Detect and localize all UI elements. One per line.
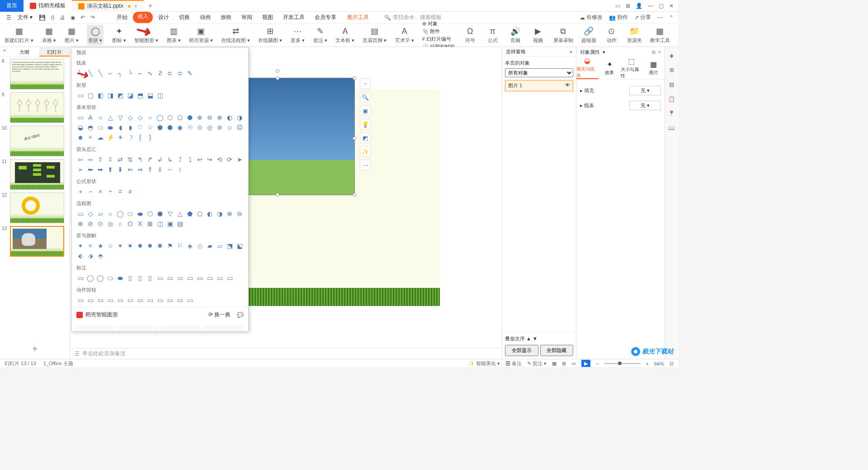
view-sorter-icon[interactable]: ⊞ [562,361,566,367]
shape-item[interactable]: ◐ [206,210,214,218]
fill-select[interactable]: 无 ▾ [629,86,661,95]
shape-item[interactable]: ▭ [196,274,204,282]
shape-item[interactable]: ⬭ [106,274,114,282]
line-select[interactable]: 无 ▾ [629,101,661,110]
zoom-in-icon[interactable]: 🔍 [360,92,371,103]
shape-item[interactable]: ◫ [156,91,164,99]
shape-item[interactable]: ◨ [106,91,114,99]
shape-item[interactable]: ◪ [126,91,134,99]
shape-item[interactable]: ✧ [86,242,94,250]
shape-item[interactable]: ⇓ [156,165,164,174]
comments-button[interactable]: ✎ 批注 ▾ [527,360,547,367]
shape-item[interactable]: ⬢ [166,123,174,132]
ribbon-图标[interactable]: ✦图标 ▾ [112,26,126,44]
shape-item[interactable]: ⊖ [206,113,214,122]
sidetools-select-icon[interactable]: ◈ [668,52,676,60]
shape-item[interactable]: ☁ [96,133,104,141]
shape-item[interactable]: ⬟ [156,123,164,132]
rotate-handle[interactable] [276,69,279,73]
shape-item[interactable]: ☽ [126,133,134,141]
shape-item[interactable]: ✸ [136,242,144,250]
shape-item[interactable]: ⌐ [106,69,114,77]
modified-indicator[interactable]: ☁ 有修改 [580,14,603,21]
shape-item[interactable]: ○ [96,113,104,122]
shape-item[interactable]: ▭ [206,274,214,282]
tab-home[interactable]: 首页 [0,0,24,12]
window-close-icon[interactable]: ✕ [669,3,674,9]
slide-thumb-9[interactable] [10,92,64,123]
shape-item[interactable]: ⬬ [116,274,124,282]
zoom-level[interactable]: 84% [654,361,664,367]
shape-item[interactable]: △ [106,113,114,122]
shape-item[interactable]: ▯ [136,274,144,282]
shape-item[interactable]: ➢ [76,165,85,174]
slide-thumb-10[interactable]: 极光下载站 [10,126,64,156]
shape-item[interactable]: ▱ [96,210,104,218]
shape-item[interactable]: ⇒ [136,165,144,174]
slide-thumb-8[interactable]: Lorem ipsum dolor sit amet consectetur a… [10,59,64,89]
more-tools-icon[interactable]: ⋯ [360,160,371,170]
shape-item[interactable]: ⬬ [136,210,144,218]
shape-item[interactable]: ▭ [76,274,85,282]
prop-tab-2[interactable]: ⬚大小与属性 [621,57,643,79]
shape-item[interactable]: ⤴ [176,155,184,164]
prop-tab-3[interactable]: ▦图片 [642,57,665,79]
shape-item[interactable]: ✎ [186,69,194,77]
zoom-slider[interactable] [604,363,641,364]
fit-icon[interactable]: ⊡ [670,361,674,367]
ribbon-图片[interactable]: ▦图片 ▾ [64,26,79,44]
ribbon-页眉页脚[interactable]: ▤页眉页脚 ▾ [363,26,387,44]
shape-item[interactable]: ○ [146,113,154,122]
shape-item[interactable]: ⊂ [166,69,174,77]
menu-tab-9[interactable]: 会员专享 [310,12,341,23]
show-all-button[interactable]: 全部显示 [505,345,538,356]
shape-item[interactable]: ⇐ [126,165,134,174]
zoom-in-button[interactable]: + [646,361,649,367]
sidetools-layers-icon[interactable]: ▤ [668,80,676,89]
shape-item[interactable]: ◇ [86,210,94,218]
move-up-icon[interactable]: ▲ [526,336,531,341]
close-icon[interactable]: × [134,3,137,9]
shape-item[interactable]: ⬇ [116,165,124,174]
shape-item[interactable]: ▯ [146,274,154,282]
shape-item[interactable]: ⬢ [186,113,194,122]
filter-icon[interactable]: ◩ [360,132,371,143]
ribbon-稻壳资源[interactable]: ▣稻壳资源 ▾ [189,26,213,44]
shape-item[interactable]: ⌂ [116,220,124,228]
shape-item[interactable]: ⇑ [146,165,154,174]
shape-item[interactable]: ⬕ [236,242,244,250]
shape-item[interactable]: ⇩ [106,155,114,164]
shape-item[interactable]: ⬆ [106,165,114,174]
shape-item[interactable]: A [86,113,94,122]
shape-item[interactable]: ⬢ [156,210,164,218]
shape-item[interactable]: ▤ [176,220,184,228]
prop-tab-1[interactable]: ✦效果 [599,57,621,79]
shape-item[interactable]: ◐ [226,113,234,122]
shape-item[interactable]: ☉ [186,123,194,132]
menu-tab-2[interactable]: 设计 [154,12,174,23]
shape-item[interactable]: ▭ [226,274,234,282]
shape-item[interactable]: ⬭ [96,123,104,132]
shape-item[interactable]: ➡ [96,165,104,174]
shape-item[interactable]: ◫ [156,220,164,228]
shape-item[interactable]: ↲ [156,155,164,164]
shape-item[interactable]: ⬬ [106,123,114,132]
shape-item[interactable]: ◈ [186,242,194,250]
ribbon-艺术字[interactable]: A艺术字 ▾ [395,26,414,44]
menu-tab-6[interactable]: 审阅 [237,12,257,23]
shape-item[interactable]: ☻ [76,133,85,141]
shape-item[interactable]: ⊙ [96,220,104,228]
shape-item[interactable]: ◑ [236,113,244,122]
notes-button[interactable]: ☰ 备注 [505,360,522,367]
refresh-button[interactable]: ⟳ 换一换 [208,311,231,319]
shape-item[interactable]: { [136,133,144,141]
shape-item[interactable]: ◯ [156,113,164,122]
shape-item[interactable]: ▭ [166,274,174,282]
shape-item[interactable]: ▭ [146,296,154,304]
shape-item[interactable]: ⬅ [86,165,94,174]
tab-file-active[interactable]: 演示文稿1.pptx× [72,0,144,12]
shape-item[interactable]: ⬠ [196,210,204,218]
smart-template-4[interactable] [204,326,243,332]
shape-item[interactable]: ✷ [126,242,134,250]
tab-add-button[interactable]: + [144,2,157,10]
